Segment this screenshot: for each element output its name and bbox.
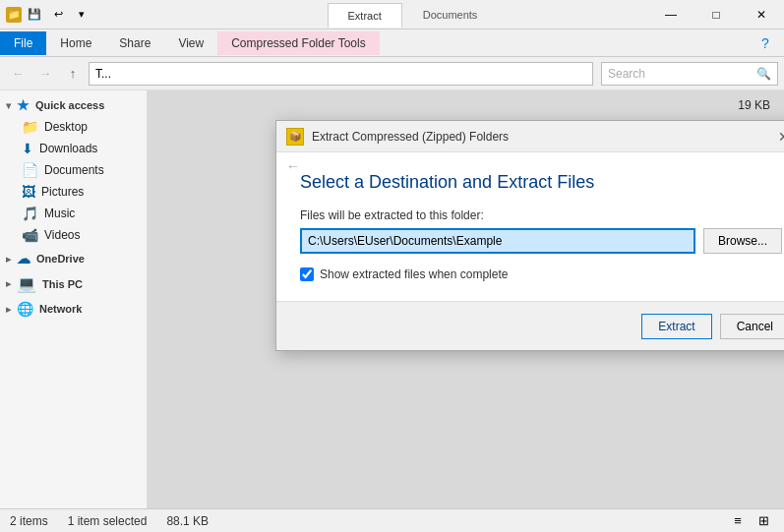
sidebar-label-downloads: Downloads <box>39 142 97 155</box>
address-text: T... <box>95 67 111 81</box>
sidebar-label-pictures: Pictures <box>41 185 84 199</box>
dialog-close-button[interactable]: ✕ <box>772 125 784 148</box>
ribbon-tab-compressed[interactable]: Compressed Folder Tools <box>217 31 380 55</box>
folder-icon-music: 🎵 <box>22 206 38 221</box>
sidebar-item-music[interactable]: 🎵 Music <box>0 203 147 224</box>
ribbon-tab-home[interactable]: Home <box>46 31 105 55</box>
folder-icon-desktop: 📁 <box>22 119 38 135</box>
quick-access-toolbar-btn3[interactable]: ▾ <box>71 4 92 26</box>
folder-icon-pictures: 🖼 <box>22 184 35 200</box>
zip-icon: 📦 <box>286 128 304 146</box>
cancel-button[interactable]: Cancel <box>720 314 784 339</box>
checkbox-row: Show extracted files when complete <box>300 267 782 281</box>
sidebar-item-network[interactable]: ▸ 🌐 Network <box>0 298 147 320</box>
title-tabs: Extract Documents <box>328 2 649 28</box>
sidebar-label-music: Music <box>44 207 75 220</box>
dialog-title-text: 📦 Extract Compressed (Zipped) Folders <box>286 128 509 146</box>
folder-icon-videos: 📹 <box>22 227 38 243</box>
extract-button[interactable]: Extract <box>641 314 711 339</box>
minimize-button[interactable]: — <box>648 0 694 30</box>
status-selected: 1 item selected <box>68 514 148 528</box>
main-layout: ▾ ★ Quick access 📁 Desktop ⬇ Downloads 📄… <box>0 90 784 508</box>
sidebar-header-quick-access: ▾ ★ Quick access <box>0 94 147 116</box>
dialog-back-arrow[interactable]: ← <box>286 158 300 174</box>
search-icon: 🔍 <box>756 67 771 81</box>
chevron-icon-thispc: ▸ <box>6 278 11 289</box>
chevron-icon-onedrive: ▸ <box>6 254 11 265</box>
maximize-button[interactable]: □ <box>694 0 739 30</box>
dialog-main-title: Select a Destination and Extract Files <box>300 172 782 193</box>
quick-access-toolbar-btn1[interactable]: 💾 <box>24 4 45 26</box>
sidebar: ▾ ★ Quick access 📁 Desktop ⬇ Downloads 📄… <box>0 90 148 508</box>
ribbon-tab-view[interactable]: View <box>164 31 217 55</box>
dialog-footer: Extract Cancel <box>276 301 784 350</box>
dialog-overlay: 📦 Extract Compressed (Zipped) Folders ✕ … <box>148 90 784 508</box>
ribbon: File Home Share View Compressed Folder T… <box>0 30 784 57</box>
ribbon-tab-share[interactable]: Share <box>105 31 164 55</box>
dialog-title-bar: 📦 Extract Compressed (Zipped) Folders ✕ <box>276 121 784 152</box>
details-view-button[interactable]: ≡ <box>727 510 749 532</box>
dialog-title-label: Extract Compressed (Zipped) Folders <box>312 130 509 144</box>
sidebar-item-onedrive[interactable]: ▸ ☁ OneDrive <box>0 248 147 269</box>
sidebar-label-videos: Videos <box>44 228 80 242</box>
sidebar-label-network: Network <box>39 303 82 315</box>
dialog-body: ← Select a Destination and Extract Files… <box>276 152 784 301</box>
app-icon: 📁 <box>6 7 22 23</box>
browse-button[interactable]: Browse... <box>703 228 782 254</box>
sidebar-section-network: ▸ 🌐 Network <box>0 298 147 320</box>
dialog-path-input[interactable] <box>300 228 695 254</box>
sidebar-label-thispc: This PC <box>42 278 83 290</box>
chevron-icon: ▾ <box>6 100 11 111</box>
tiles-view-button[interactable]: ⊞ <box>753 510 774 532</box>
sidebar-label-onedrive: OneDrive <box>36 253 85 265</box>
search-placeholder: Search <box>608 67 645 81</box>
show-files-checkbox[interactable] <box>300 267 314 281</box>
sidebar-section-thispc: ▸ 💻 This PC <box>0 271 147 296</box>
status-bar: 2 items 1 item selected 88.1 KB ≡ ⊞ <box>0 508 784 532</box>
sidebar-section-onedrive: ▸ ☁ OneDrive <box>0 248 147 269</box>
sidebar-item-thispc[interactable]: ▸ 💻 This PC <box>0 271 147 296</box>
quick-access-toolbar-btn2[interactable]: ↩ <box>47 4 69 26</box>
sidebar-item-videos[interactable]: 📹 Videos <box>0 224 147 246</box>
back-button[interactable]: ← <box>6 62 30 86</box>
cloud-icon: ☁ <box>17 251 30 266</box>
tab-documents[interactable]: Documents <box>402 2 499 28</box>
folder-icon-downloads: ⬇ <box>22 141 33 156</box>
ribbon-tab-file[interactable]: File <box>0 31 46 55</box>
close-button[interactable]: ✕ <box>739 0 784 30</box>
address-bar[interactable]: T... <box>89 62 593 86</box>
search-bar[interactable]: Search 🔍 <box>601 62 778 86</box>
status-size: 88.1 KB <box>166 514 209 528</box>
up-button[interactable]: ↑ <box>61 62 85 86</box>
sidebar-label-quick-access: Quick access <box>35 99 104 111</box>
nav-bar: ← → ↑ T... Search 🔍 <box>0 57 784 90</box>
show-files-label: Show extracted files when complete <box>320 267 508 281</box>
sidebar-section-quick-access: ▾ ★ Quick access 📁 Desktop ⬇ Downloads 📄… <box>0 94 147 246</box>
tab-extract[interactable]: Extract <box>328 3 402 28</box>
title-bar-controls: — □ ✕ <box>648 0 784 30</box>
chevron-icon-network: ▸ <box>6 304 11 315</box>
title-bar: 📁 💾 ↩ ▾ Extract Documents — □ ✕ <box>0 0 784 30</box>
forward-button[interactable]: → <box>33 62 57 86</box>
sidebar-item-downloads[interactable]: ⬇ Downloads <box>0 138 147 159</box>
quick-access-icon: ★ <box>17 97 30 113</box>
status-view-buttons: ≡ ⊞ <box>727 510 774 532</box>
pc-icon: 💻 <box>17 274 36 293</box>
title-bar-left: 📁 💾 ↩ ▾ <box>0 4 328 26</box>
network-icon: 🌐 <box>17 301 33 317</box>
sidebar-item-documents[interactable]: 📄 Documents <box>0 159 147 181</box>
status-item-count: 2 items <box>10 514 48 528</box>
content-area: 19 KB 📦 Extract Compressed (Zipped) Fold… <box>148 90 784 508</box>
dialog-path-label: Files will be extracted to this folder: <box>300 208 782 222</box>
dialog-path-row: Browse... <box>300 228 782 254</box>
folder-icon-documents: 📄 <box>22 162 38 178</box>
sidebar-item-pictures[interactable]: 🖼 Pictures <box>0 181 147 203</box>
sidebar-item-desktop[interactable]: 📁 Desktop <box>0 116 147 138</box>
sidebar-label-desktop: Desktop <box>44 120 88 134</box>
help-button[interactable]: ? <box>754 32 776 54</box>
sidebar-label-documents: Documents <box>44 163 104 177</box>
extract-dialog: 📦 Extract Compressed (Zipped) Folders ✕ … <box>275 120 784 351</box>
